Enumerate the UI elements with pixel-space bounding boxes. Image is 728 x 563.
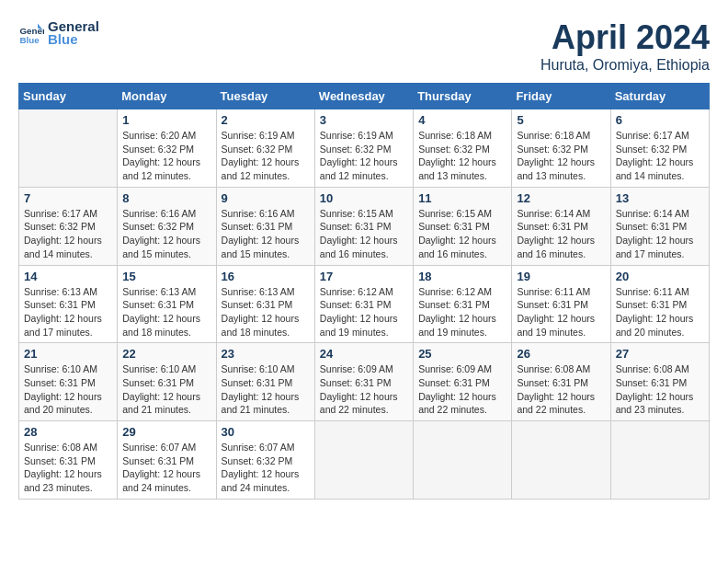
day-number: 15 xyxy=(122,270,210,283)
day-info: Sunrise: 6:12 AM Sunset: 6:31 PM Dayligh… xyxy=(418,285,506,339)
day-number: 16 xyxy=(222,270,310,283)
day-info: Sunrise: 6:19 AM Sunset: 6:32 PM Dayligh… xyxy=(320,129,408,183)
day-number: 4 xyxy=(418,113,506,127)
weekday-header-wednesday: Wednesday xyxy=(314,84,413,109)
day-info: Sunrise: 6:08 AM Sunset: 6:31 PM Dayligh… xyxy=(24,441,112,495)
calendar-table: SundayMondayTuesdayWednesdayThursdayFrid… xyxy=(18,83,710,500)
calendar-body: 1Sunrise: 6:20 AM Sunset: 6:32 PM Daylig… xyxy=(19,109,710,500)
day-number: 19 xyxy=(517,270,605,283)
calendar-week-3: 14Sunrise: 6:13 AM Sunset: 6:31 PM Dayli… xyxy=(19,265,710,343)
calendar-cell: 27Sunrise: 6:08 AM Sunset: 6:31 PM Dayli… xyxy=(610,343,709,421)
calendar-header: SundayMondayTuesdayWednesdayThursdayFrid… xyxy=(19,84,710,109)
day-info: Sunrise: 6:14 AM Sunset: 6:31 PM Dayligh… xyxy=(517,207,605,261)
weekday-header-friday: Friday xyxy=(512,84,610,109)
day-info: Sunrise: 6:12 AM Sunset: 6:31 PM Dayligh… xyxy=(320,285,408,339)
calendar-week-2: 7Sunrise: 6:17 AM Sunset: 6:32 PM Daylig… xyxy=(19,187,710,265)
day-info: Sunrise: 6:17 AM Sunset: 6:32 PM Dayligh… xyxy=(616,129,704,183)
day-number: 9 xyxy=(222,191,310,205)
calendar-cell: 4Sunrise: 6:18 AM Sunset: 6:32 PM Daylig… xyxy=(414,109,512,188)
day-info: Sunrise: 6:13 AM Sunset: 6:31 PM Dayligh… xyxy=(24,285,112,339)
day-number: 24 xyxy=(320,347,408,361)
day-number: 3 xyxy=(320,113,408,127)
calendar-cell: 23Sunrise: 6:10 AM Sunset: 6:31 PM Dayli… xyxy=(216,343,314,421)
day-number: 11 xyxy=(418,191,506,205)
calendar-cell: 16Sunrise: 6:13 AM Sunset: 6:31 PM Dayli… xyxy=(216,265,314,343)
day-number: 10 xyxy=(320,191,408,205)
svg-text:Blue: Blue xyxy=(19,35,40,45)
calendar-cell xyxy=(314,421,413,500)
calendar-cell: 10Sunrise: 6:15 AM Sunset: 6:31 PM Dayli… xyxy=(314,187,413,265)
calendar-cell: 29Sunrise: 6:07 AM Sunset: 6:31 PM Dayli… xyxy=(118,421,216,500)
calendar-cell xyxy=(19,109,118,188)
day-info: Sunrise: 6:10 AM Sunset: 6:31 PM Dayligh… xyxy=(122,362,210,417)
calendar-cell: 26Sunrise: 6:08 AM Sunset: 6:31 PM Dayli… xyxy=(512,343,610,421)
calendar-week-4: 21Sunrise: 6:10 AM Sunset: 6:31 PM Dayli… xyxy=(19,343,710,421)
weekday-header-monday: Monday xyxy=(118,84,216,109)
day-info: Sunrise: 6:15 AM Sunset: 6:31 PM Dayligh… xyxy=(320,207,408,261)
calendar-cell: 14Sunrise: 6:13 AM Sunset: 6:31 PM Dayli… xyxy=(19,265,118,343)
weekday-header-saturday: Saturday xyxy=(610,84,709,109)
calendar-cell: 6Sunrise: 6:17 AM Sunset: 6:32 PM Daylig… xyxy=(610,109,709,188)
title-block: April 2024 Huruta, Oromiya, Ethiopia xyxy=(540,18,710,74)
day-info: Sunrise: 6:07 AM Sunset: 6:31 PM Dayligh… xyxy=(122,441,210,495)
calendar-cell: 8Sunrise: 6:16 AM Sunset: 6:32 PM Daylig… xyxy=(118,187,216,265)
calendar-cell: 28Sunrise: 6:08 AM Sunset: 6:31 PM Dayli… xyxy=(19,421,118,500)
calendar-cell xyxy=(610,421,709,500)
calendar-cell: 11Sunrise: 6:15 AM Sunset: 6:31 PM Dayli… xyxy=(414,187,512,265)
month-title: April 2024 xyxy=(540,18,710,57)
calendar-week-1: 1Sunrise: 6:20 AM Sunset: 6:32 PM Daylig… xyxy=(19,109,710,188)
calendar-cell: 30Sunrise: 6:07 AM Sunset: 6:32 PM Dayli… xyxy=(216,421,314,500)
day-info: Sunrise: 6:07 AM Sunset: 6:32 PM Dayligh… xyxy=(222,441,310,495)
calendar-cell xyxy=(414,421,512,500)
day-info: Sunrise: 6:10 AM Sunset: 6:31 PM Dayligh… xyxy=(222,362,310,417)
day-number: 6 xyxy=(616,113,704,127)
day-number: 1 xyxy=(122,113,210,127)
day-number: 28 xyxy=(24,425,112,439)
calendar-cell: 5Sunrise: 6:18 AM Sunset: 6:32 PM Daylig… xyxy=(512,109,610,188)
calendar-cell: 1Sunrise: 6:20 AM Sunset: 6:32 PM Daylig… xyxy=(118,109,216,188)
calendar-cell xyxy=(512,421,610,500)
page-header: General Blue General Blue April 2024 Hur… xyxy=(18,18,710,74)
calendar-cell: 9Sunrise: 6:16 AM Sunset: 6:31 PM Daylig… xyxy=(216,187,314,265)
day-number: 8 xyxy=(122,191,210,205)
day-number: 14 xyxy=(24,270,112,283)
day-info: Sunrise: 6:16 AM Sunset: 6:31 PM Dayligh… xyxy=(222,207,310,261)
calendar-cell: 12Sunrise: 6:14 AM Sunset: 6:31 PM Dayli… xyxy=(512,187,610,265)
calendar-cell: 20Sunrise: 6:11 AM Sunset: 6:31 PM Dayli… xyxy=(610,265,709,343)
day-number: 25 xyxy=(418,347,506,361)
day-info: Sunrise: 6:17 AM Sunset: 6:32 PM Dayligh… xyxy=(24,207,112,261)
day-number: 18 xyxy=(418,270,506,283)
weekday-header-thursday: Thursday xyxy=(414,84,512,109)
day-info: Sunrise: 6:18 AM Sunset: 6:32 PM Dayligh… xyxy=(517,129,605,183)
calendar-cell: 17Sunrise: 6:12 AM Sunset: 6:31 PM Dayli… xyxy=(314,265,413,343)
day-number: 22 xyxy=(122,347,210,361)
day-number: 2 xyxy=(222,113,310,127)
day-number: 29 xyxy=(122,425,210,439)
day-info: Sunrise: 6:19 AM Sunset: 6:32 PM Dayligh… xyxy=(222,129,310,183)
logo-icon: General Blue xyxy=(18,20,44,46)
day-number: 7 xyxy=(24,191,112,205)
day-info: Sunrise: 6:09 AM Sunset: 6:31 PM Dayligh… xyxy=(320,362,408,417)
day-number: 5 xyxy=(517,113,605,127)
day-info: Sunrise: 6:11 AM Sunset: 6:31 PM Dayligh… xyxy=(517,285,605,339)
day-info: Sunrise: 6:08 AM Sunset: 6:31 PM Dayligh… xyxy=(517,362,605,417)
calendar-cell: 13Sunrise: 6:14 AM Sunset: 6:31 PM Dayli… xyxy=(610,187,709,265)
day-info: Sunrise: 6:16 AM Sunset: 6:32 PM Dayligh… xyxy=(122,207,210,261)
day-number: 21 xyxy=(24,347,112,361)
day-info: Sunrise: 6:11 AM Sunset: 6:31 PM Dayligh… xyxy=(616,285,704,339)
calendar-cell: 22Sunrise: 6:10 AM Sunset: 6:31 PM Dayli… xyxy=(118,343,216,421)
day-number: 30 xyxy=(222,425,310,439)
day-info: Sunrise: 6:13 AM Sunset: 6:31 PM Dayligh… xyxy=(122,285,210,339)
calendar-cell: 19Sunrise: 6:11 AM Sunset: 6:31 PM Dayli… xyxy=(512,265,610,343)
logo: General Blue General Blue xyxy=(18,18,99,47)
calendar-cell: 2Sunrise: 6:19 AM Sunset: 6:32 PM Daylig… xyxy=(216,109,314,188)
day-number: 13 xyxy=(616,191,704,205)
day-info: Sunrise: 6:13 AM Sunset: 6:31 PM Dayligh… xyxy=(222,285,310,339)
day-number: 20 xyxy=(616,270,704,283)
calendar-cell: 25Sunrise: 6:09 AM Sunset: 6:31 PM Dayli… xyxy=(414,343,512,421)
day-number: 27 xyxy=(616,347,704,361)
weekday-header-sunday: Sunday xyxy=(19,84,118,109)
day-info: Sunrise: 6:18 AM Sunset: 6:32 PM Dayligh… xyxy=(418,129,506,183)
calendar-cell: 24Sunrise: 6:09 AM Sunset: 6:31 PM Dayli… xyxy=(314,343,413,421)
day-number: 12 xyxy=(517,191,605,205)
